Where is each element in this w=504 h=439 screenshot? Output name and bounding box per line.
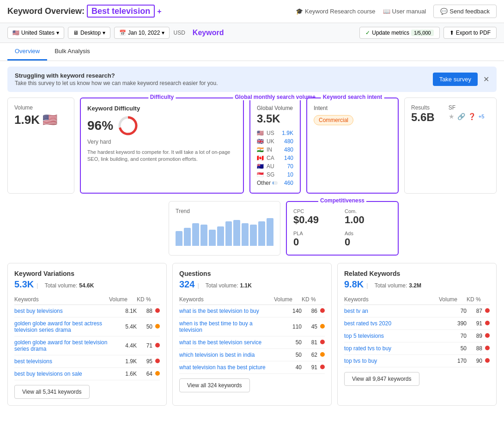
kd-dot-icon [155,343,160,348]
questions-section: Questions 324 | Total volume: 1.1K Keywo… [172,263,332,406]
related-keywords-table: Keywords Volume KD % best tv an 70 87 be… [344,294,490,367]
results-header: Results 5.6B SF ★ 🔗 ❓ +5 [411,104,490,124]
kd-dot-icon [485,358,490,363]
pla-label: PLA [293,231,340,236]
kd-cell: 62 [302,349,325,361]
star-icon: ★ [449,113,455,120]
intent-card: Keyword search intent Intent Commercial [306,98,399,194]
questions-total-label: Total volume: [206,282,238,289]
country-dropdown[interactable]: 🇺🇸 United States ▾ [7,27,64,39]
spacer-1 [7,201,74,256]
country-value: 10 [280,171,293,178]
keyword-variations-section: Keyword Variations 5.3K | Total volume: … [7,263,167,406]
country-flag-icon: 🇨🇦 [257,155,264,161]
title-prefix: Keyword Overview: [7,6,85,16]
toolbar-filters: 🇺🇸 United States ▾ 🖥 Desktop ▾ 📅 Jan 10,… [7,27,224,39]
tab-bulk-analysis[interactable]: Bulk Analysis [47,43,97,61]
chevron-down-icon: ▾ [103,30,105,36]
table-row: best tv an 70 87 [344,305,490,317]
keyword-link[interactable]: golden globe award for best television s… [14,339,107,352]
keyword-link[interactable]: what is the best television service [179,339,261,346]
take-survey-button[interactable]: Take survey [433,73,478,86]
keyword-link[interactable]: what is the best television to buy [179,308,259,314]
keyword-link[interactable]: best rated tvs 2020 [344,320,391,327]
metrics-row-1: Volume 1.9K 🇺🇸 Difficulty Keyword Diffic… [7,98,497,194]
table-row: golden globe award for best actress tele… [14,317,160,336]
trend-bar [225,221,232,246]
table-row: what is the best television service 50 8… [179,336,325,349]
related-keywords-total-label: Total volume: [375,282,407,289]
view-all-related-keywords-button[interactable]: View all 9,847 keywords [344,372,419,386]
ads-cell: Ads 0 [345,231,391,248]
keyword-link[interactable]: best televisions [14,358,52,365]
questions-title: Questions [179,270,325,277]
q-col-keywords-header: Keywords [179,294,274,305]
sf-icons: ★ 🔗 ❓ +5 [449,113,485,120]
pla-cell: PLA 0 [293,231,340,248]
spacer-3 [404,201,497,256]
view-all-questions-button[interactable]: View all 324 keywords [179,378,250,392]
export-pdf-button[interactable]: ⬆ Export to PDF [443,27,497,39]
keyword-link[interactable]: best tv an [344,308,368,314]
table-row: best televisions 1.9K 95 [14,355,160,368]
keyword-link[interactable]: best buy televisions [14,308,63,314]
keyword-link[interactable]: top 5 televisions [344,333,384,339]
keyword-link[interactable]: what television has the best picture [179,364,266,371]
device-dropdown[interactable]: 🖥 Desktop ▾ [68,27,110,39]
keyword-link[interactable]: best buy televisions on sale [14,371,82,377]
currency-label: USD [173,30,185,36]
view-all-keyword-variations-button[interactable]: View all 5,341 keywords [14,385,90,399]
tab-overview[interactable]: Overview [7,43,47,61]
manual-icon: 📖 [383,8,390,15]
rk-col-keywords-header: Keywords [344,294,439,305]
keyword-link[interactable]: top rated tvs to buy [344,345,391,352]
trend-bar [209,230,216,246]
volume-cell: 40 [274,361,302,374]
keyword-variations-total-label: Total volume: [45,282,78,289]
table-row: top rated tvs to buy 50 88 [344,342,490,355]
questions-total-val: 1.1K [240,282,251,289]
kd-cell: 89 [467,330,490,342]
keyword-variations-table-body: best buy televisions 8.1K 88 golden glob… [14,305,160,380]
keyword-highlight[interactable]: Best television [87,5,155,18]
questions-table-body: what is the best television to buy 140 8… [179,305,325,374]
volume-cell: 170 [439,355,467,367]
kd-dot-icon [485,333,490,338]
keyword-badge: Keyword [193,29,224,37]
keyword-link[interactable]: golden globe award for best actress tele… [14,320,102,333]
keyword-variations-count: 5.3K [14,279,34,290]
intent-title: Intent [314,105,391,111]
link-icon: 🔗 [457,113,465,120]
survey-subtitle: Take this survey to let us know how we c… [15,80,218,86]
sf-plus[interactable]: +5 [479,114,485,119]
col-kd-header: KD % [137,294,160,305]
keyword-link[interactable]: which television is best in india [179,352,255,358]
ads-value: 0 [345,236,391,248]
global-volume-section-label: Global monthly search volume [233,94,317,100]
related-keywords-section: Related Keywords 9.8K | Total volume: 3.… [337,263,497,406]
volume-label: Volume [14,104,67,111]
kd-dot-icon [485,321,490,325]
user-manual-link[interactable]: 📖 User manual [383,8,426,15]
keyword-research-course-link[interactable]: 🎓 Keyword Research course [296,8,375,15]
table-row: top tvs to buy 170 90 [344,355,490,367]
date-dropdown[interactable]: 📅 Jan 10, 2022 ▾ [114,27,170,39]
related-keywords-title: Related Keywords [344,270,490,277]
difficulty-value-row: 96% [87,116,237,136]
us-flag-icon: 🇺🇸 [43,113,57,127]
keyword-link[interactable]: when is the best time to buy a televisio… [179,320,253,333]
trend-bar [250,225,257,246]
country-flag-icon: 🇸🇬 [257,171,264,178]
kd-cell: 88 [137,305,160,317]
send-feedback-button[interactable]: 💬 Send feedback [433,5,497,18]
kd-dot-icon [155,359,160,363]
keyword-link[interactable]: top tvs to buy [344,358,377,364]
trend-bar [200,225,207,246]
survey-title: Struggling with keyword research? [15,72,218,79]
toolbar-actions: ✓ Update metrics 1/5,000 ⬆ Export to PDF [359,27,497,39]
add-keyword-icon[interactable]: + [157,7,161,15]
update-metrics-button[interactable]: ✓ Update metrics 1/5,000 [359,27,439,39]
spacer-2 [80,201,163,256]
close-banner-button[interactable]: ✕ [483,75,489,84]
other-value: 460 [280,180,293,186]
